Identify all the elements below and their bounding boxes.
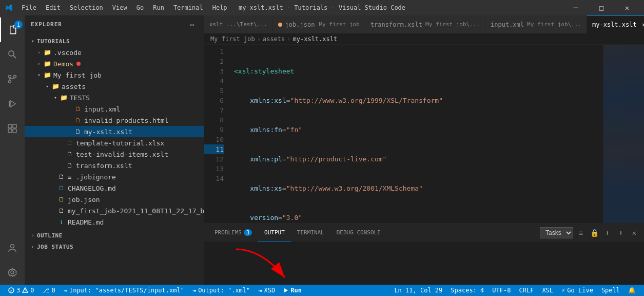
breadcrumb-assets[interactable]: assets [263, 35, 285, 43]
vscode-label: .vscode [53, 49, 82, 57]
menu-terminal[interactable]: Terminal [169, 3, 207, 12]
tab-transform-xslt[interactable]: transform.xslt My first job\... [365, 15, 485, 33]
tab-my-xslt[interactable]: my-xslt.xslt ✕ [587, 15, 644, 33]
minimize-button[interactable]: ─ [564, 0, 588, 15]
panel-close-icon[interactable]: ✕ [629, 227, 640, 238]
tree-item-tests[interactable]: ▾ 📁 TESTS [25, 92, 204, 103]
demos-label: Demos [53, 60, 73, 68]
panel-tab-output[interactable]: OUTPUT [258, 224, 291, 242]
zip-file-icon: 🗋 [57, 207, 66, 215]
menu-file[interactable]: File [17, 3, 41, 12]
menu-go[interactable]: Go [132, 3, 148, 12]
status-spell[interactable]: Spell [597, 285, 624, 296]
panel-tab-debug[interactable]: DEBUG CONSOLE [330, 224, 387, 242]
xml-file-icon: 🗋 [74, 105, 82, 113]
my-xslt-label: my-xslt.xslt [84, 128, 132, 136]
status-input[interactable]: ⇥ Input: "assets/TESTS/input.xml" [60, 285, 188, 296]
job-status-arrow-icon: › [29, 243, 37, 251]
code-content[interactable]: <xsl:stylesheet xmlns:xsl="http://www.w3… [230, 45, 603, 223]
tree-item-jobignore[interactable]: › 🗋 ≡ .jobignore [25, 171, 204, 182]
panel-actions: Tasks ≡ 🔒 ⬆ ⬇ ✕ [540, 227, 640, 238]
tree-item-invalid-products[interactable]: › 🗋 invalid-products.html [25, 115, 204, 126]
activity-extensions[interactable] [0, 116, 25, 141]
activity-run[interactable] [0, 91, 25, 116]
close-button[interactable]: ✕ [615, 0, 639, 15]
xsd-value: XSD [264, 287, 276, 294]
activity-account[interactable] [0, 235, 25, 260]
menu-help[interactable]: Help [208, 3, 231, 12]
tree-item-my-xslt[interactable]: › 🗋 my-xslt.xslt [25, 126, 204, 137]
job-status-section[interactable]: › JOB STATUS [25, 241, 204, 252]
search-icon [7, 49, 18, 60]
demos-modified-dot [76, 62, 81, 66]
tree-item-test-invalid[interactable]: › 🗋 test-invalid-items.xslt [25, 149, 204, 160]
tab-job-json[interactable]: job.json My first job [273, 15, 365, 33]
activity-source-control[interactable] [0, 67, 25, 91]
status-xsd[interactable]: ⇥ XSD [254, 285, 279, 296]
demos-folder-icon: 📁 [43, 60, 51, 68]
tasks-select[interactable]: Tasks [540, 227, 573, 238]
menu-run[interactable]: Run [149, 3, 168, 12]
activity-badge: 1 [14, 21, 23, 29]
transform-label: transform.xslt [76, 162, 132, 170]
assets-label: assets [62, 83, 86, 90]
tree-item-input-xml[interactable]: › 🗋 input.xml [25, 103, 204, 115]
panel-list-icon[interactable]: ≡ [575, 227, 587, 238]
new-file-icon[interactable]: ⋯ [187, 20, 198, 30]
tutorials-section[interactable]: ▾ TUTORIALS [25, 35, 204, 47]
go-live-icon: ⚡ [561, 287, 565, 294]
panel-scroll-down-icon[interactable]: ⬇ [615, 227, 627, 238]
status-output[interactable]: ⇥ Output: ".xml" [188, 285, 254, 296]
status-language[interactable]: XSL [538, 285, 557, 296]
panel-lock-icon[interactable]: 🔒 [589, 227, 600, 238]
breadcrumb-myfirstjob[interactable]: My first job [210, 35, 255, 43]
panel-scroll-up-icon[interactable]: ⬆ [602, 227, 613, 238]
menu-selection[interactable]: Selection [66, 3, 107, 12]
status-errors[interactable]: ✕ 3 ! 0 [4, 285, 38, 296]
tab-input-xml[interactable]: input.xml My first job\... [485, 15, 587, 33]
panel-tab-terminal[interactable]: TERMINAL [291, 224, 330, 242]
activity-explorer[interactable]: 1 [0, 17, 25, 42]
tree-item-changelog[interactable]: › 🗋 CHANGELOG.md [25, 182, 204, 194]
status-run[interactable]: Run [279, 285, 306, 296]
settings-icon [7, 267, 18, 278]
tutorials-arrow-icon: ▾ [29, 37, 37, 45]
outline-section[interactable]: › OUTLINE [25, 230, 204, 241]
menu-edit[interactable]: Edit [42, 3, 65, 12]
status-notifications[interactable]: 🔔 [624, 285, 640, 296]
tree-item-assets[interactable]: ▾ 📁 assets [25, 81, 204, 92]
tree-item-template-tutorial[interactable]: › 🗋 template-tutorial.xlsx [25, 137, 204, 149]
status-encoding[interactable]: UTF-8 [488, 285, 515, 296]
tree-item-demos[interactable]: › 📁 Demos [25, 58, 204, 69]
code-editor[interactable]: 1 2 3 4 5 6 7 8 9 10 11 12 13 14 <xsl:st… [204, 45, 644, 223]
tab-input-xml-label: input.xml [491, 21, 524, 28]
menu-view[interactable]: View [108, 3, 131, 12]
maximize-button[interactable]: □ [590, 0, 613, 15]
status-spaces[interactable]: Spaces: 4 [446, 285, 488, 296]
status-position[interactable]: Ln 11, Col 29 [390, 285, 446, 296]
code-line-4: xmlns:pl="http://product-live.com" [230, 154, 603, 164]
activity-search[interactable] [0, 42, 25, 67]
code-line-5: xmlns:xs="http://www.w3.org/2001/XMLSche… [230, 183, 603, 193]
status-go-live[interactable]: ⚡ Go Live [557, 285, 597, 296]
menu-bar: File Edit Selection View Go Run Terminal… [17, 3, 231, 12]
breadcrumb-filename[interactable]: my-xslt.xslt [293, 35, 338, 43]
tree-item-vscode[interactable]: › 📁 .vscode [25, 47, 204, 58]
window-title: my-xslt.xslt - Tutorials - Visual Studio… [239, 4, 405, 11]
tab-close-button[interactable]: ✕ [640, 21, 644, 29]
tree-item-bundle-zip[interactable]: › 🗋 my_first_job-2021_11_08T11_22_17_bun… [25, 205, 204, 216]
error-icon: ✕ [8, 287, 14, 293]
panel-tab-problems[interactable]: PROBLEMS 3 [208, 224, 258, 242]
tree-item-readme[interactable]: › ℹ README.md [25, 216, 204, 228]
warning-icon: ! [22, 287, 28, 293]
job-status-label: JOB STATUS [37, 244, 73, 250]
position-value: Ln 11, Col 29 [394, 287, 442, 294]
tree-item-myfirstjob[interactable]: ▾ 📁 My first job [25, 69, 204, 81]
status-line-ending[interactable]: CRLF [515, 285, 538, 296]
tree-item-transform[interactable]: › 🗋 transform.xslt [25, 160, 204, 171]
activity-settings[interactable] [0, 260, 25, 285]
status-git[interactable]: ⎇ 0 [38, 285, 59, 296]
spaces-value: Spaces: 4 [451, 287, 484, 294]
tab-xslt-test[interactable]: xslt ...\Test\... [204, 15, 273, 33]
tree-item-job-json[interactable]: › 🗋 job.json [25, 194, 204, 205]
